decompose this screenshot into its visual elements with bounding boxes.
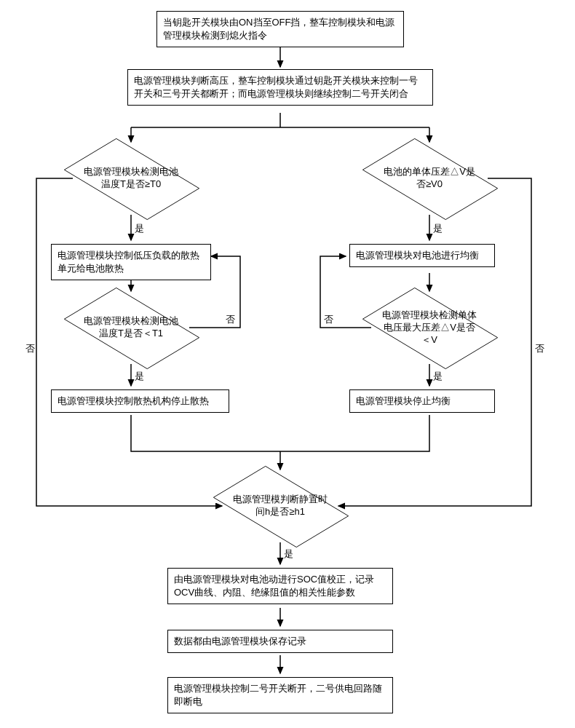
label-yes: 是	[284, 547, 293, 561]
label-yes: 是	[433, 370, 443, 383]
text: 电源管理模块控制散热机构停止散热	[58, 395, 209, 406]
text: 电源管理模块检测电池温度T是否≥T0	[73, 166, 189, 191]
text: 电源管理模判断静置时间h是否≥h1	[222, 494, 338, 518]
label-yes: 是	[135, 222, 144, 235]
label-no: 否	[535, 342, 544, 355]
decision-temperature-2: 电源管理模块检测电池温度T是否＜T1	[73, 291, 189, 364]
step-save-data: 数据都由电源管理模块保存记录	[167, 630, 393, 653]
text: 当钥匙开关模块由ON挡至OFF挡，整车控制模块和电源管理模块检测到熄火指令	[163, 17, 395, 41]
text: 电源管理模块停止均衡	[356, 395, 451, 406]
text: 电源管理模块控制二号开关断开，二号供电回路随即断电	[174, 683, 382, 707]
text: 由电源管理模块对电池动进行SOC值校正，记录OCV曲线、内阻、绝缘阻值的相关性能…	[174, 574, 374, 598]
text: 电源管理模块控制低压负载的散热单元给电池散热	[58, 250, 199, 274]
label-yes: 是	[135, 370, 144, 383]
step-1: 当钥匙开关模块由ON挡至OFF挡，整车控制模块和电源管理模块检测到熄火指令	[156, 11, 404, 47]
label-no: 否	[226, 313, 235, 326]
step-soc-correction: 由电源管理模块对电池动进行SOC值校正，记录OCV曲线、内阻、绝缘阻值的相关性能…	[167, 568, 393, 604]
decision-voltage-2: 电源管理模块检测单体电压最大压差△V是否＜V	[371, 291, 488, 364]
right-action-balance: 电源管理模块对电池进行均衡	[349, 244, 495, 267]
left-action-stop-cooling: 电源管理模块控制散热机构停止散热	[51, 389, 229, 413]
step-disconnect: 电源管理模块控制二号开关断开，二号供电回路随即断电	[167, 677, 393, 713]
left-action-cooling: 电源管理模块控制低压负载的散热单元给电池散热	[51, 244, 211, 280]
label-no: 否	[25, 342, 35, 355]
decision-time: 电源管理模判断静置时间h是否≥h1	[222, 470, 338, 542]
text: 电源管理模块对电池进行均衡	[356, 250, 479, 261]
label-yes: 是	[433, 222, 443, 235]
decision-temperature: 电源管理模块检测电池温度T是否≥T0	[73, 142, 189, 215]
step-2: 电源管理模块判断高压，整车控制模块通过钥匙开关模块来控制一号开关和三号开关都断开…	[127, 69, 433, 106]
label-no: 否	[324, 313, 333, 326]
text: 电源管理模块判断高压，整车控制模块通过钥匙开关模块来控制一号开关和三号开关都断开…	[134, 75, 418, 99]
text: 电源管理模块检测单体电压最大压差△V是否＜V	[371, 309, 488, 347]
decision-voltage: 电池的单体压差△V是否≥V0	[371, 142, 488, 215]
text: 电池的单体压差△V是否≥V0	[371, 166, 488, 191]
right-action-stop-balance: 电源管理模块停止均衡	[349, 389, 495, 413]
text: 数据都由电源管理模块保存记录	[174, 636, 306, 646]
text: 电源管理模块检测电池温度T是否＜T1	[73, 315, 189, 340]
